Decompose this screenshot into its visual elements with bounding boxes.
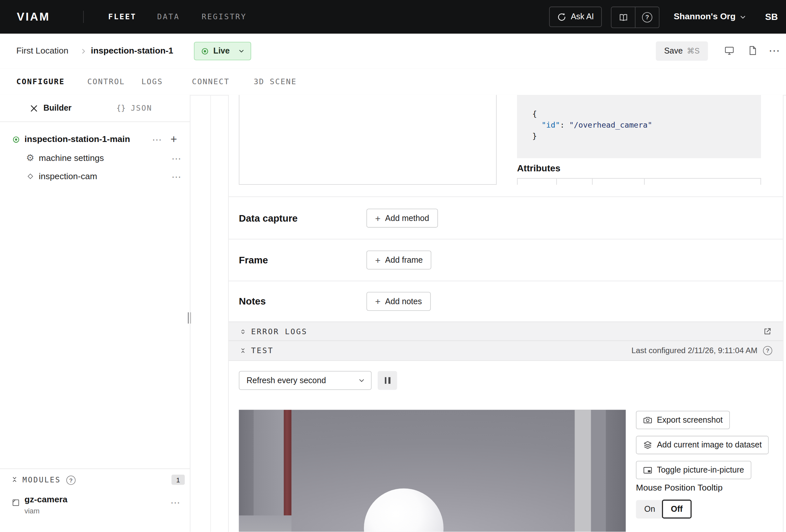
user-avatar[interactable]: SB <box>765 0 778 33</box>
machine-tab-bar: CONFIGURE CONTROL LOGS CONNECT 3D SCENE <box>0 69 786 96</box>
chevron-down-icon <box>740 14 746 20</box>
book-icon <box>618 13 628 22</box>
error-logs-label: ERROR LOGS <box>251 322 307 341</box>
pause-refresh-button[interactable] <box>378 371 397 390</box>
camera-icon <box>643 416 652 424</box>
builder-tools-icon <box>30 104 39 113</box>
breadcrumb-location-link[interactable]: First Location <box>16 33 69 68</box>
error-logs-bar[interactable]: ERROR LOGS <box>229 322 783 341</box>
module-icon <box>12 499 20 507</box>
save-shortcut: ⌘S <box>687 46 699 55</box>
json-config-snippet: { "id": "/overhead_camera" } <box>517 95 761 158</box>
row-menu-button[interactable]: ⋯ <box>171 167 181 186</box>
builder-mode-row: Builder {} JSON <box>0 95 190 122</box>
collapse-icon[interactable] <box>11 476 18 483</box>
modules-count-badge: 1 <box>171 475 185 485</box>
tree-item-inspection-cam[interactable]: inspection-cam ⋯ <box>0 167 190 186</box>
gear-icon: ⚙ <box>26 153 34 164</box>
top-nav-bar: VIAM FLEET DATA REGISTRY Ask AI <box>0 0 786 33</box>
tab-configure[interactable]: CONFIGURE <box>16 69 65 95</box>
add-frame-button[interactable]: + Add frame <box>367 251 432 270</box>
org-switcher[interactable]: Shannon's Org <box>674 0 735 33</box>
ask-ai-sparkle-icon <box>557 12 567 22</box>
test-help-icon[interactable]: ? <box>763 346 772 355</box>
refresh-rate-select[interactable]: Refresh every second <box>239 371 372 390</box>
code-indent <box>532 120 541 130</box>
add-notes-button[interactable]: + Add notes <box>367 292 431 311</box>
export-screenshot-label: Export screenshot <box>657 415 723 425</box>
nav-divider <box>83 11 84 23</box>
layers-icon <box>643 440 652 449</box>
help-button[interactable]: ? <box>635 7 659 28</box>
scene-floor <box>239 515 292 532</box>
tab-3d-scene[interactable]: 3D SCENE <box>254 69 297 95</box>
save-button[interactable]: Save ⌘S <box>656 42 708 61</box>
component-visual-panel <box>239 95 497 185</box>
json-mode-toggle[interactable]: {} JSON <box>117 95 153 121</box>
tree-item-main-part[interactable]: inspection-station-1-main ⋯ + <box>0 130 190 148</box>
ask-ai-button[interactable]: Ask AI <box>549 6 602 27</box>
section-label: Frame <box>239 239 268 281</box>
code-close: } <box>532 132 537 141</box>
attributes-table-clipped <box>517 178 761 185</box>
component-config-panel: { "id": "/overhead_camera" } Attributes … <box>228 95 783 532</box>
more-actions-button[interactable]: ⋯ <box>769 33 781 68</box>
live-status-dropdown[interactable]: Live <box>194 42 251 60</box>
config-sidebar: Builder {} JSON inspection-station-1-mai… <box>0 95 190 532</box>
scene-red-pillar <box>284 410 291 516</box>
scene-wall-right-dark <box>606 410 626 532</box>
add-to-dataset-button[interactable]: Add current image to dataset <box>636 436 769 454</box>
breadcrumb-bar: First Location inspection-station-1 Live… <box>0 33 786 69</box>
modules-help-icon[interactable]: ? <box>66 476 75 485</box>
help-icon-group: ? <box>611 6 660 28</box>
nav-item-registry[interactable]: REGISTRY <box>202 0 247 33</box>
scene-wall-left-2 <box>254 410 284 532</box>
scene-wall-right-light <box>575 410 591 532</box>
add-method-label: Add method <box>385 213 429 223</box>
export-screenshot-button[interactable]: Export screenshot <box>636 411 730 429</box>
row-menu-button[interactable]: ⋯ <box>171 149 181 167</box>
test-bar[interactable]: TEST Last configured 2/11/26, 9:11:04 AM… <box>229 341 783 361</box>
code-sep: : <box>560 120 569 130</box>
plus-icon: + <box>375 256 380 265</box>
refresh-rate-value: Refresh every second <box>247 371 326 389</box>
machine-part-icon <box>12 135 21 144</box>
braces-icon: {} <box>117 103 126 113</box>
add-component-button[interactable]: + <box>170 130 177 148</box>
chevron-down-icon <box>238 48 245 54</box>
data-capture-section: Data capture + Add method <box>229 196 783 239</box>
tooltip-off-button[interactable]: Off <box>662 500 692 518</box>
row-menu-button[interactable]: ⋯ <box>170 494 180 510</box>
content-divider <box>210 95 211 532</box>
tab-connect[interactable]: CONNECT <box>192 69 229 95</box>
collapse-icon <box>240 347 246 354</box>
camera-feed-image <box>239 410 626 532</box>
picture-in-picture-icon <box>643 466 652 473</box>
viam-logo[interactable]: VIAM <box>17 0 50 33</box>
docs-button[interactable] <box>611 7 635 28</box>
tab-control[interactable]: CONTROL <box>87 69 125 95</box>
code-value: "/overhead_camera" <box>569 120 652 130</box>
sidebar-resize-handle[interactable] <box>188 311 192 325</box>
tree-item-machine-settings[interactable]: ⚙ machine settings ⋯ <box>0 149 190 167</box>
builder-mode-toggle[interactable]: Builder <box>30 95 71 121</box>
external-link-icon[interactable] <box>763 327 772 336</box>
module-name: gz-camera <box>24 494 68 505</box>
nav-item-data[interactable]: DATA <box>157 0 180 33</box>
nav-item-fleet[interactable]: FLEET <box>108 0 136 33</box>
module-row-gz-camera[interactable]: gz-camera viam ⋯ <box>0 491 190 522</box>
expand-icon <box>240 328 246 335</box>
toggle-pip-button[interactable]: Toggle picture-in-picture <box>636 461 751 479</box>
section-label: Data capture <box>239 197 298 239</box>
add-method-button[interactable]: + Add method <box>367 209 438 228</box>
scene-wall-left <box>239 410 254 532</box>
json-label: JSON <box>131 103 152 113</box>
row-menu-button[interactable]: ⋯ <box>152 130 162 148</box>
tab-logs[interactable]: LOGS <box>141 69 163 95</box>
modules-header: MODULES <box>23 469 61 490</box>
document-icon[interactable] <box>748 45 757 55</box>
monitor-icon[interactable] <box>724 46 735 55</box>
module-author: viam <box>24 507 40 515</box>
tooltip-on-button[interactable]: On <box>636 500 663 518</box>
code-open: { <box>532 109 537 118</box>
